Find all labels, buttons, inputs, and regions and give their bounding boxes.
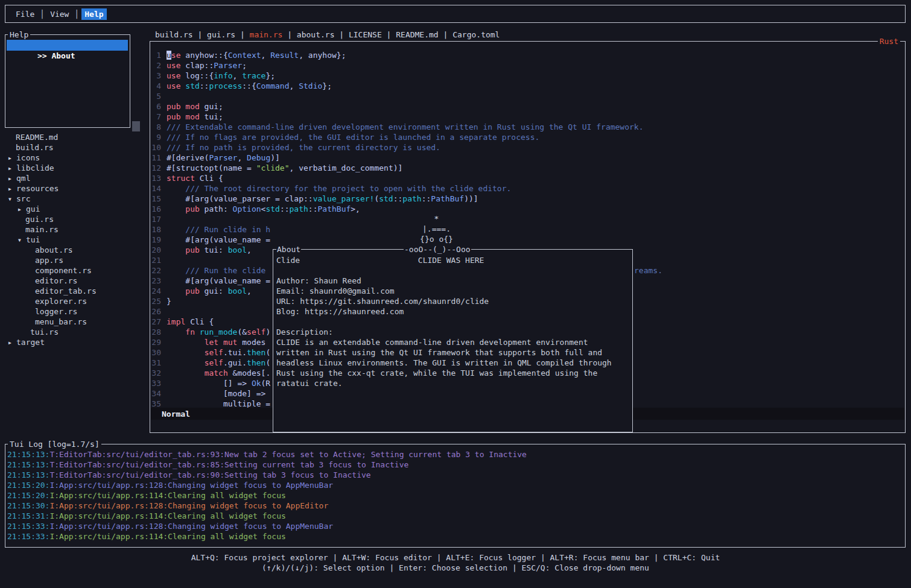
ascii-art-monkey: * |.===. {}o o{} [273, 213, 600, 244]
log-panel[interactable]: Tui Log [log=1.7/s] 21:15:13:T:EditorTab… [5, 444, 906, 548]
ascii-art-arms: -ooO--(_)--Ooo [404, 244, 471, 254]
code-text: /// Run clide in h [167, 224, 270, 235]
tab-main.rs[interactable]: main.rs [250, 30, 283, 39]
tree-item-tui.rs[interactable]: tui.rs [5, 327, 147, 337]
tab-Cargo.toml[interactable]: Cargo.toml [452, 30, 500, 39]
line-number: 22 [151, 265, 161, 276]
about-dialog-box: About -ooO--(_)--Ooo Clide CLIDE WAS HER… [273, 249, 633, 432]
shortcut-line-2: (↑/k)/(↓/j): Select option | Enter: Choo… [0, 563, 911, 573]
chevron-right-icon: ▶ [18, 204, 26, 215]
editor-mode-indicator: Normal [162, 409, 190, 419]
log-timestamp: 21:15:33: [7, 532, 49, 541]
menu-bar: File│View│Help [5, 5, 906, 23]
tree-item-menu_bar.rs[interactable]: menu_bar.rs [5, 317, 147, 327]
tree-item-label: explorer.rs [35, 297, 87, 306]
tree-item-explorer.rs[interactable]: explorer.rs [5, 296, 147, 306]
about-dialog-line: headless Linux environments. The GUI is … [276, 358, 631, 368]
tree-item-editor.rs[interactable]: editor.rs [5, 276, 147, 286]
code-line: 16 pub path: Option<std::path::PathBuf>, [151, 204, 644, 214]
code-line: 8/// Extendable command-line driven deve… [151, 122, 644, 132]
line-number: 10 [151, 142, 161, 153]
tree-item-editor_tab.rs[interactable]: editor_tab.rs [5, 286, 147, 296]
code-text: self.tui.then( [167, 347, 270, 358]
tree-item-qml[interactable]: ▶qml [5, 173, 147, 183]
tab-gui.rs[interactable]: gui.rs [207, 30, 235, 39]
code-text: /// Run the clide [167, 265, 270, 276]
line-number: 28 [151, 327, 161, 337]
tree-item-target[interactable]: ▶target [5, 337, 147, 347]
tree-item-gui.rs[interactable]: gui.rs [5, 214, 147, 224]
tree-item-src[interactable]: ▼src [5, 194, 147, 204]
chevron-right-icon: ▶ [8, 174, 16, 184]
log-entry: 21:15:31:I:App:src/tui/app.rs:114:Cleari… [7, 511, 903, 521]
log-entry: 21:15:33:I:App:src/tui/app.rs:128:Changi… [7, 521, 903, 531]
about-dialog-line: ratatui crate. [276, 378, 631, 388]
code-text: pub path: Option<std::path::PathBuf>, [167, 204, 360, 214]
log-timestamp: 21:15:13: [7, 450, 49, 459]
tree-item-label: icons [16, 153, 40, 162]
tree-item-app.rs[interactable]: app.rs [5, 255, 147, 265]
tab-about.rs[interactable]: about.rs [297, 30, 335, 39]
tree-item-label: editor.rs [35, 276, 77, 285]
tab-build.rs[interactable]: build.rs [155, 30, 193, 39]
code-text: let mut modes [167, 337, 270, 347]
tab-separator: | [334, 30, 348, 39]
tab-LICENSE[interactable]: LICENSE [349, 30, 382, 39]
about-dialog-line: Clide CLIDE WAS HERE [276, 255, 631, 265]
tree-item-gui[interactable]: ▶gui [5, 204, 147, 214]
tree-item-label: about.rs [35, 245, 73, 254]
line-number: 13 [151, 173, 161, 183]
line-number: 29 [151, 337, 161, 347]
line-number: 24 [151, 286, 161, 296]
tree-item-component.rs[interactable]: component.rs [5, 265, 147, 276]
help-dropdown-title: Help [8, 30, 30, 40]
tree-item-tui[interactable]: ▼tui [5, 235, 147, 245]
about-dialog-line: Rust using the cxx-qt crate, while the T… [276, 368, 631, 378]
log-message: I:App:src/tui/app.rs:128:Changing widget… [49, 522, 333, 531]
about-dialog-line: URL: https://git.shaunreed.com/shaunrd0/… [276, 296, 631, 306]
line-number: 1 [151, 50, 161, 60]
about-dialog-line: written in Rust using the Qt UI framewor… [276, 347, 631, 358]
menu-item-help[interactable]: Help [81, 8, 106, 20]
chevron-right-icon: ▶ [8, 153, 16, 163]
tree-item-main.rs[interactable]: main.rs [5, 224, 147, 235]
about-dialog-line [276, 265, 631, 276]
code-text: } [167, 296, 171, 306]
line-number: 9 [151, 132, 161, 142]
help-dropdown: Help >> About [5, 34, 130, 128]
tab-README.md[interactable]: README.md [396, 30, 438, 39]
tree-item-README.md[interactable]: README.md [5, 132, 147, 142]
tree-item-build.rs[interactable]: build.rs [5, 142, 147, 153]
line-number: 6 [151, 101, 161, 112]
tree-item-label: tui.rs [30, 327, 59, 337]
tree-item-libclide[interactable]: ▶libclide [5, 163, 147, 173]
code-text: fn run_mode(&self) [167, 327, 270, 337]
file-explorer[interactable]: README.mdbuild.rs▶icons▶libclide▶qml▶res… [5, 132, 147, 347]
tree-item-resources[interactable]: ▶resources [5, 183, 147, 194]
code-overflow-fragment: reams. [634, 265, 662, 276]
tree-item-icons[interactable]: ▶icons [5, 153, 147, 163]
log-entry: 21:15:20:I:App:src/tui/app.rs:114:Cleari… [7, 490, 903, 501]
log-timestamp: 21:15:20: [7, 491, 49, 500]
code-line: 2use clap::Parser; [151, 60, 644, 71]
help-dropdown-item-about[interactable]: >> About [7, 40, 128, 51]
line-number: 32 [151, 368, 161, 378]
log-entry: 21:15:13:T:EditorTab:src/tui/editor_tab.… [7, 449, 903, 460]
help-scrollbar-thumb[interactable] [132, 121, 140, 131]
tree-item-label: gui [26, 204, 40, 213]
code-line: 13struct Cli { [151, 173, 644, 183]
code-text: use clap::Parser; [167, 60, 247, 71]
line-number: 14 [151, 183, 161, 194]
tree-item-about.rs[interactable]: about.rs [5, 245, 147, 255]
tree-item-logger.rs[interactable]: logger.rs [5, 306, 147, 317]
about-dialog-line: Description: [276, 327, 631, 337]
line-number: 3 [151, 71, 161, 81]
code-line: 14 /// The root directory for the projec… [151, 183, 644, 194]
code-text: /// Extendable command-line driven devel… [167, 122, 644, 132]
menu-item-view[interactable]: View [47, 8, 72, 20]
tab-separator: | [235, 30, 249, 39]
code-text: pub mod gui; [167, 101, 223, 112]
menu-separator: │ [40, 9, 45, 19]
menu-item-file[interactable]: File [13, 8, 37, 20]
tab-separator: | [193, 30, 207, 39]
